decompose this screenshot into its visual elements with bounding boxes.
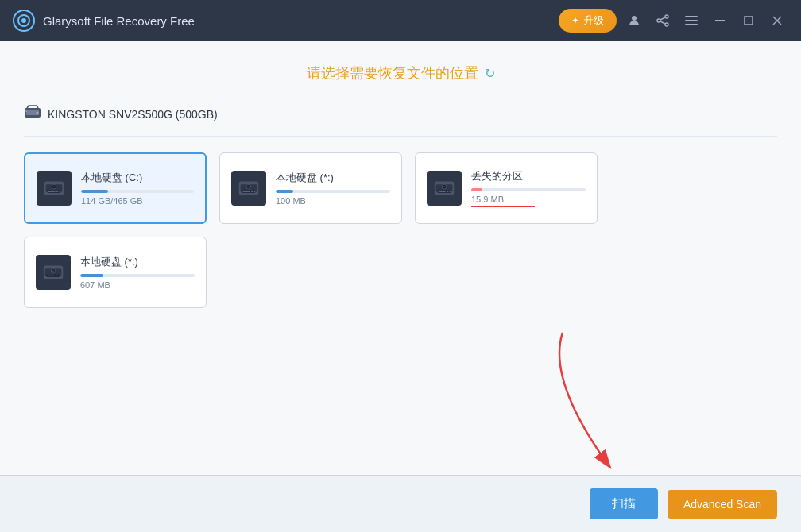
drive-info-drive-lost: 丢失的分区15.9 MB [471, 169, 586, 207]
svg-point-17 [37, 112, 39, 114]
page-title-text: 请选择需要恢复文件的位置 [307, 64, 478, 83]
drive-icon-drive-lost [427, 171, 462, 206]
drive-bar-fill-drive-star1 [276, 190, 293, 193]
drive-icon-drive-star1 [231, 171, 266, 206]
main-content: 请选择需要恢复文件的位置 ↻ KINGSTON SNV2S500G (500GB… [0, 41, 801, 532]
svg-point-5 [665, 23, 668, 26]
drive-bar-fill-drive-star2 [80, 274, 103, 277]
bottom-bar: 扫描 Advanced Scan [0, 475, 801, 532]
app-logo [13, 10, 35, 32]
svg-point-2 [632, 16, 637, 21]
page-header: 请选择需要恢复文件的位置 ↻ [0, 41, 801, 98]
svg-rect-30 [251, 191, 253, 192]
upgrade-button[interactable]: ✦ 升级 [559, 9, 617, 33]
drive-card-drive-star1[interactable]: 本地硬盘 (*:)100 MB [219, 152, 402, 224]
drive-bar-bg-drive-c [81, 190, 194, 193]
drive-info-drive-c: 本地硬盘 (C:)114 GB/465 GB [81, 171, 194, 206]
svg-rect-21 [48, 191, 55, 192]
svg-rect-22 [56, 191, 59, 192]
drive-info-drive-star2: 本地硬盘 (*:)607 MB [80, 255, 195, 290]
drive-name-drive-star1: 本地硬盘 (*:) [276, 171, 390, 185]
disk-header-icon [24, 105, 41, 123]
svg-rect-29 [242, 191, 250, 192]
svg-rect-12 [745, 17, 753, 25]
drive-icon-drive-star2 [36, 255, 71, 290]
svg-rect-46 [56, 276, 58, 276]
drive-card-drive-star2[interactable]: 本地硬盘 (*:)607 MB [24, 237, 207, 308]
drive-size-drive-lost: 15.9 MB [471, 195, 586, 204]
drive-size-drive-c: 114 GB/465 GB [81, 196, 194, 206]
svg-point-25 [53, 186, 55, 187]
svg-rect-9 [685, 20, 698, 21]
drive-info-drive-star1: 本地硬盘 (*:)100 MB [276, 171, 390, 206]
svg-rect-38 [447, 191, 449, 192]
refresh-icon[interactable]: ↻ [485, 66, 495, 81]
title-bar-left: Glarysoft File Recovery Free [13, 10, 559, 32]
drive-bar-bg-drive-star2 [80, 274, 195, 277]
svg-line-7 [660, 21, 665, 24]
drive-name-drive-star2: 本地硬盘 (*:) [80, 255, 195, 269]
drive-size-drive-star1: 100 MB [276, 196, 390, 206]
drive-bar-bg-drive-star1 [276, 190, 390, 193]
drive-card-drive-lost[interactable]: 丢失的分区15.9 MB [415, 152, 598, 224]
svg-rect-23 [60, 191, 61, 192]
svg-point-1 [21, 18, 26, 23]
drive-size-drive-star2: 607 MB [80, 280, 195, 290]
disk-group-name: KINGSTON SNV2S500G (500GB) [48, 108, 218, 121]
svg-rect-31 [254, 191, 256, 192]
share-button[interactable] [652, 10, 674, 32]
profile-button[interactable] [623, 10, 645, 32]
star-icon: ✦ [571, 15, 579, 26]
svg-rect-47 [59, 276, 60, 276]
close-button[interactable] [766, 10, 788, 32]
disk-header: KINGSTON SNV2S500G (500GB) [24, 98, 777, 137]
disk-section: KINGSTON SNV2S500G (500GB) 本地硬盘 (C:)114 … [0, 98, 801, 475]
drive-card-drive-c[interactable]: 本地硬盘 (C:)114 GB/465 GB [24, 152, 207, 224]
svg-point-3 [665, 15, 668, 18]
advanced-scan-button[interactable]: Advanced Scan [668, 490, 777, 519]
drive-icon-drive-c [37, 171, 72, 206]
drive-grid: 本地硬盘 (C:)114 GB/465 GB 本地硬盘 (*:)100 MB 丢… [24, 152, 777, 308]
title-bar: Glarysoft File Recovery Free ✦ 升级 [0, 0, 801, 41]
svg-rect-11 [715, 20, 725, 21]
svg-point-41 [443, 186, 445, 187]
svg-point-49 [52, 270, 54, 272]
menu-button[interactable] [680, 10, 702, 32]
drive-bar-fill-drive-c [81, 190, 108, 193]
upgrade-label: 升级 [583, 13, 604, 28]
scan-button[interactable]: 扫描 [590, 488, 658, 519]
page-title: 请选择需要恢复文件的位置 ↻ [307, 64, 495, 83]
svg-rect-39 [450, 191, 451, 192]
title-bar-right: ✦ 升级 [559, 9, 788, 33]
svg-rect-8 [685, 16, 698, 17]
minimize-button[interactable] [709, 10, 731, 32]
drive-name-drive-c: 本地硬盘 (C:) [81, 171, 194, 185]
lost-partition-underline [471, 206, 535, 207]
svg-point-33 [248, 186, 250, 187]
svg-rect-10 [685, 24, 698, 25]
drive-name-drive-lost: 丢失的分区 [471, 169, 586, 183]
svg-rect-37 [438, 191, 445, 192]
drive-bar-bg-drive-lost [471, 188, 586, 191]
maximize-button[interactable] [737, 10, 760, 32]
svg-line-6 [660, 17, 665, 20]
app-title: Glarysoft File Recovery Free [43, 14, 195, 28]
svg-rect-45 [47, 276, 54, 276]
svg-point-4 [657, 19, 660, 22]
drive-bar-fill-drive-lost [471, 188, 482, 191]
